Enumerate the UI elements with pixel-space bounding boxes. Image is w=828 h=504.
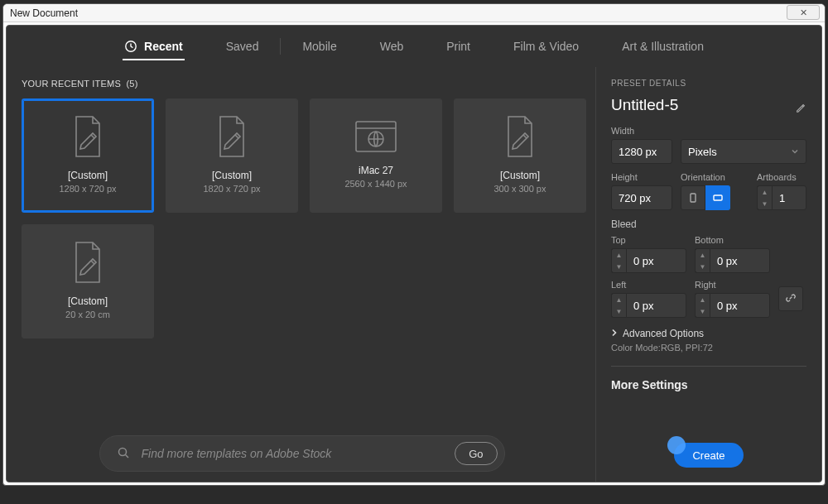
bleed-bottom-stepper[interactable]: ▲▼ xyxy=(695,248,710,273)
bleed-bottom-label: Bottom xyxy=(695,235,770,245)
bleed-link-toggle[interactable] xyxy=(778,286,803,311)
search-placeholder: Find more templates on Adobe Stock xyxy=(142,447,444,460)
preset-details-panel: PRESET DETAILS Untitled-5 Width 1280 px … xyxy=(596,67,821,482)
bleed-right-label: Right xyxy=(695,280,770,290)
stepper-down-icon[interactable]: ▼ xyxy=(612,261,626,272)
bleed-top-input[interactable]: 0 px xyxy=(626,248,686,273)
tab-label: Web xyxy=(380,40,404,53)
stepper-down-icon[interactable]: ▼ xyxy=(696,305,710,317)
preset-card-dimensions: 20 x 20 cm xyxy=(65,309,110,321)
link-icon xyxy=(785,292,797,306)
tab-mobile[interactable]: Mobile xyxy=(281,26,358,67)
cursor-icon xyxy=(667,436,686,454)
close-button[interactable]: ✕ xyxy=(787,5,820,20)
bleed-right-input[interactable]: 0 px xyxy=(710,293,770,318)
edit-name-icon[interactable] xyxy=(795,99,806,118)
go-button[interactable]: Go xyxy=(455,442,497,465)
document-name[interactable]: Untitled-5 xyxy=(611,96,806,114)
doc-pencil-icon xyxy=(214,115,250,161)
tab-label: Film & Video xyxy=(513,40,579,53)
tab-label: Saved xyxy=(226,40,259,53)
doc-pencil-icon xyxy=(70,115,106,161)
main-pane: YOUR RECENT ITEMS (5) [Custom]1280 x 720… xyxy=(7,67,596,482)
stepper-up-icon[interactable]: ▲ xyxy=(758,186,772,198)
more-settings-link[interactable]: More Settings xyxy=(611,378,806,391)
preset-card[interactable]: [Custom]1820 x 720 px xyxy=(166,98,298,213)
stepper-up-icon[interactable]: ▲ xyxy=(612,249,626,261)
artboards-label: Artboards xyxy=(757,172,806,182)
orientation-label: Orientation xyxy=(681,172,730,182)
tab-art-illustration[interactable]: Art & Illustration xyxy=(600,26,725,67)
tab-web[interactable]: Web xyxy=(359,26,426,67)
svg-rect-4 xyxy=(691,194,696,202)
preset-card-title: iMac 27 xyxy=(344,164,407,178)
category-tabs: Recent Saved Mobile Web Print Film & Vid… xyxy=(7,26,821,67)
dialog-body: Recent Saved Mobile Web Print Film & Vid… xyxy=(6,25,822,482)
stepper-down-icon[interactable]: ▼ xyxy=(696,261,710,272)
recent-items-count: (5) xyxy=(126,79,137,89)
doc-pencil-icon xyxy=(502,115,538,161)
preset-card-meta: iMac 272560 x 1440 px xyxy=(344,164,407,190)
stepper-down-icon[interactable]: ▼ xyxy=(612,305,626,317)
advanced-options-toggle[interactable]: Advanced Options xyxy=(611,328,806,339)
tab-recent[interactable]: Recent xyxy=(103,26,205,67)
recent-items-heading: YOUR RECENT ITEMS (5) xyxy=(22,79,582,89)
window-title: New Document xyxy=(10,7,78,19)
bleed-left-label: Left xyxy=(611,280,686,290)
preset-card-meta: [Custom]20 x 20 cm xyxy=(65,295,110,321)
orientation-portrait[interactable] xyxy=(681,185,705,210)
bleed-grid: Top ▲▼ 0 px Bottom ▲▼ 0 px xyxy=(611,235,806,318)
preset-card-dimensions: 2560 x 1440 px xyxy=(344,178,407,190)
stepper-up-icon[interactable]: ▲ xyxy=(612,294,626,305)
preset-card[interactable]: iMac 272560 x 1440 px xyxy=(310,98,442,213)
bleed-top-stepper[interactable]: ▲▼ xyxy=(611,248,626,273)
stepper-down-icon[interactable]: ▼ xyxy=(758,198,772,209)
chevron-right-icon xyxy=(611,328,618,339)
bleed-bottom-input[interactable]: 0 px xyxy=(710,248,770,273)
preset-card-title: [Custom] xyxy=(494,169,546,183)
units-select[interactable]: Pixels xyxy=(681,139,806,164)
bleed-left-stepper[interactable]: ▲▼ xyxy=(611,293,626,318)
preset-card[interactable]: [Custom]20 x 20 cm xyxy=(22,224,154,338)
tab-label: Mobile xyxy=(302,40,336,53)
stepper-up-icon[interactable]: ▲ xyxy=(696,294,710,305)
preset-card-dimensions: 1280 x 720 px xyxy=(59,183,116,195)
artboards-input[interactable]: 1 xyxy=(772,185,806,210)
browser-globe-icon xyxy=(354,120,397,156)
height-label: Height xyxy=(611,172,672,182)
orientation-toggle xyxy=(681,185,730,210)
bleed-right-stepper[interactable]: ▲▼ xyxy=(695,293,710,318)
bleed-left-input[interactable]: 0 px xyxy=(626,293,686,318)
tab-label: Art & Illustration xyxy=(622,40,704,53)
chevron-down-icon xyxy=(791,146,799,158)
stepper-up-icon[interactable]: ▲ xyxy=(696,249,710,261)
height-input[interactable]: 720 px xyxy=(611,185,672,210)
preset-card-meta: [Custom]300 x 300 px xyxy=(494,169,546,195)
orientation-landscape[interactable] xyxy=(705,185,730,210)
content-area: YOUR RECENT ITEMS (5) [Custom]1280 x 720… xyxy=(7,67,821,482)
create-button[interactable]: Create xyxy=(674,443,743,468)
tab-label: Print xyxy=(446,40,470,53)
preset-details-heading: PRESET DETAILS xyxy=(611,79,806,88)
svg-rect-5 xyxy=(714,195,722,200)
bleed-top-label: Top xyxy=(611,235,686,245)
new-document-dialog: New Document ✕ Recent Saved Mobile Web P… xyxy=(2,3,826,486)
preset-card-meta: [Custom]1280 x 720 px xyxy=(59,169,116,195)
divider xyxy=(611,366,806,367)
width-input[interactable]: 1280 px xyxy=(611,139,672,164)
stock-search-bar[interactable]: Find more templates on Adobe Stock Go xyxy=(99,435,505,472)
search-icon xyxy=(117,446,130,462)
clock-icon xyxy=(124,40,137,53)
doc-pencil-icon xyxy=(70,241,106,286)
advanced-options-summary: Color Mode:RGB, PPI:72 xyxy=(611,343,806,353)
close-icon: ✕ xyxy=(800,7,807,18)
titlebar: New Document ✕ xyxy=(3,4,825,22)
preset-card-title: [Custom] xyxy=(203,169,260,183)
artboards-stepper[interactable]: ▲ ▼ xyxy=(757,185,772,210)
tab-saved[interactable]: Saved xyxy=(205,26,281,67)
preset-card[interactable]: [Custom]300 x 300 px xyxy=(454,98,586,213)
svg-point-3 xyxy=(118,448,126,455)
tab-print[interactable]: Print xyxy=(425,26,492,67)
preset-card[interactable]: [Custom]1280 x 720 px xyxy=(22,98,154,213)
tab-film-video[interactable]: Film & Video xyxy=(492,26,600,67)
